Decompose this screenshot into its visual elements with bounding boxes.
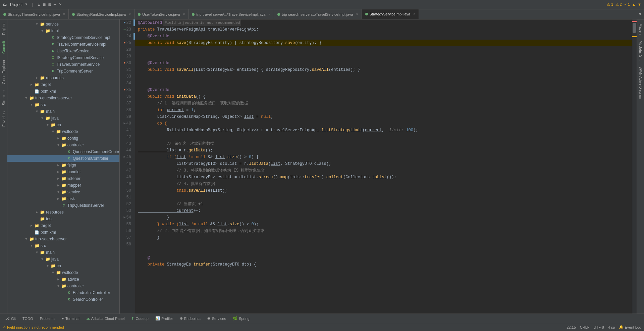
tab-overflow-btn[interactable]: ▼ <box>639 12 641 17</box>
code-line-37[interactable]: // 1. 远程调用目的地服务接口，获取对应的数据 <box>135 100 632 107</box>
cloud-panel-btn[interactable]: ☁ Alibaba Cloud Panel <box>84 315 127 322</box>
tree-item-questions-server[interactable]: ▼ 📁 trip-questions-server <box>7 95 119 101</box>
tree-arrow[interactable]: ▼ <box>29 103 34 107</box>
tree-arrow[interactable]: ▶ <box>56 277 61 281</box>
charset-status[interactable]: UTF-8 <box>593 325 604 329</box>
tree-item-main3[interactable]: ▼ 📁 main <box>7 249 119 256</box>
tab-search-server[interactable]: trip-search-server\...\TravelServiceImpl… <box>274 9 362 19</box>
tree-item-cn2[interactable]: ▼ 📁 cn <box>7 122 119 128</box>
minimize-icon[interactable]: — <box>54 2 56 7</box>
tree-item-strategy-comment-impl[interactable]: ▶ C StrategyCommentServiceImpl <box>7 34 119 41</box>
code-line-28[interactable] <box>135 46 632 53</box>
warnings-label[interactable]: ⚠ 1 ⚠ 2 ✓ 1 ▲ ▼ <box>607 2 641 7</box>
event-log-btn[interactable]: 🔔 Event Log <box>619 325 641 329</box>
crlf-status[interactable]: CRLF <box>580 325 590 329</box>
code-line-35[interactable]: @Override <box>135 87 632 93</box>
tree-item-impl[interactable]: ▼ 📁 impl <box>7 28 119 34</box>
tree-arrow[interactable]: ▶ <box>56 197 61 201</box>
code-line-43[interactable]: // 保存这一次拿到的数据 <box>135 140 632 147</box>
maven-btn[interactable]: Maven <box>638 21 644 37</box>
services-btn[interactable]: ◉ Services <box>205 315 229 322</box>
code-line-36[interactable]: public void initData () { <box>135 93 632 100</box>
git-btn[interactable]: ⎇ Git <box>3 315 18 322</box>
settings-icon[interactable]: ⚙ <box>38 2 41 7</box>
tree-item-itravel-comment[interactable]: ▶ I ITravelCommentService <box>7 61 119 68</box>
tree-arrow[interactable]: ▼ <box>45 123 50 127</box>
commit-tool-btn[interactable]: Commit <box>1 38 7 56</box>
code-line-46[interactable]: List<StrategyDTO> dtoList = r. listData … <box>135 160 632 167</box>
code-line-42[interactable] <box>135 134 632 140</box>
terminal-btn[interactable]: ▸ Terminal <box>59 315 82 322</box>
tab-travel-server[interactable]: trip-travel-server\...\TravelServiceImpl… <box>189 9 274 19</box>
code-line-57[interactable]: } <box>135 234 632 241</box>
code-line-47[interactable]: // 3. 将获取到的数据转换为 ES 模型对象集合 <box>135 167 632 174</box>
split-icon[interactable]: ⊟ <box>48 2 51 7</box>
tree-item-main2[interactable]: ▼ 📁 main <box>7 108 119 115</box>
code-line-38[interactable]: int current = 1 ; <box>135 107 632 113</box>
tree-item-controller3[interactable]: ▼ 📁 controller <box>7 283 119 289</box>
tree-arrow[interactable]: ▼ <box>50 271 56 275</box>
tree-item-target2[interactable]: ▶ 📁 target <box>7 222 119 229</box>
tree-item-es-index-init[interactable]: ▶ C EsIndexInitController <box>7 289 119 296</box>
scroll-thumb[interactable] <box>633 23 636 33</box>
code-line-29[interactable] <box>135 53 632 60</box>
tree-arrow[interactable]: ▶ <box>34 210 40 214</box>
tree-arrow[interactable]: ▼ <box>23 237 29 241</box>
code-line-24[interactable]: @Override <box>135 33 632 40</box>
tree-item-wolfcode3[interactable]: ▼ 📁 wolfcode <box>7 269 119 276</box>
tree-item-pom2[interactable]: ▶ 📄 pom.xml <box>7 229 119 236</box>
code-line-22[interactable]: @Autowired Field injection is not recomm… <box>135 19 632 26</box>
spring-btn[interactable]: 🌿 Spring <box>230 315 252 322</box>
tree-arrow[interactable]: ▶ <box>56 136 61 140</box>
todo-btn[interactable]: TODO <box>20 316 36 322</box>
tree-arrow[interactable]: ▶ <box>34 76 40 80</box>
code-line-33[interactable] <box>135 73 632 80</box>
tree-arrow[interactable]: ▼ <box>34 251 40 254</box>
tree-arrow[interactable]: ▶ <box>29 83 34 87</box>
endpoints-btn[interactable]: ⊕ Endpoints <box>177 315 203 322</box>
code-line-51[interactable] <box>135 194 632 201</box>
tree-arrow[interactable]: ▼ <box>40 257 45 261</box>
tree-arrow[interactable]: ▶ <box>56 170 61 174</box>
code-line-44[interactable]: list = r. getData (); <box>135 147 632 154</box>
tab-close-btn[interactable]: × <box>63 12 65 16</box>
tree-arrow[interactable]: ▼ <box>56 190 61 194</box>
tree-item-service[interactable]: ▼ 📁 service <box>7 21 119 28</box>
tree-item-src3[interactable]: ▼ 📁 src <box>7 242 119 249</box>
tree-item-wolfcode2[interactable]: ▼ 📁 wolfcode <box>7 128 119 135</box>
tree-item-controller2[interactable]: ▼ 📁 controller <box>7 142 119 148</box>
tree-arrow[interactable]: ▼ <box>56 143 61 147</box>
tree-item-user-token[interactable]: ▶ C UserTokenService <box>7 48 119 54</box>
close-icon[interactable]: × <box>59 2 62 7</box>
tab-close-btn[interactable]: × <box>268 12 270 16</box>
code-line-41[interactable]: R<List<LinkedHashMap<String, Object>>> r… <box>135 127 632 134</box>
tree-arrow[interactable]: ▼ <box>23 96 29 100</box>
tree-item-resources[interactable]: ▶ 📁 resources <box>7 75 119 81</box>
code-line-54[interactable]: } <box>135 214 632 221</box>
code-line-30[interactable]: @Override <box>135 60 632 66</box>
tree-arrow[interactable]: ▼ <box>34 110 40 113</box>
tab-user-token[interactable]: UserTokenService.java × <box>135 9 189 19</box>
tree-arrow[interactable]: ▼ <box>40 116 45 120</box>
tree-item-travel-comment-impl[interactable]: ▶ C TravelCommentServiceImpl <box>7 41 119 48</box>
code-line-55[interactable]: } while ( list != null && list . size ()… <box>135 221 632 228</box>
mybatis-btn[interactable]: MyBatis-S... <box>638 38 644 63</box>
tree-arrow[interactable]: ▼ <box>50 130 56 134</box>
tree-item-handler2[interactable]: ▶ 📁 handler <box>7 169 119 175</box>
project-tool-btn[interactable]: Project <box>1 21 7 38</box>
code-line-31[interactable]: public void saveAll ( List<StrategyEs> e… <box>135 66 632 73</box>
tree-item-trip-questions-server-class[interactable]: ▶ C TripQuestionsServer <box>7 202 119 209</box>
tree-item-task2[interactable]: ▶ 📁 task <box>7 195 119 202</box>
span-diagram-btn[interactable]: SPAN·Active·Diagram <box>638 64 643 102</box>
gutter-fold-54[interactable]: ▶ <box>124 214 126 221</box>
structure-btn[interactable]: Structure <box>1 88 7 108</box>
tree-item-test2[interactable]: ▶ 📁 test <box>7 216 119 222</box>
code-line-49[interactable]: // 4. 批量保存数据 <box>135 181 632 187</box>
tree-arrow[interactable]: ▶ <box>56 177 61 181</box>
code-line-40[interactable]: do { <box>135 120 632 127</box>
indent-status[interactable]: 4 sp <box>608 325 615 329</box>
code-line-25[interactable]: public void save ( StrategyEs entity ) {… <box>135 40 632 46</box>
tree-arrow[interactable]: ▼ <box>56 284 61 288</box>
tree-item-trip-comment[interactable]: ▶ C TripCommentServer <box>7 68 119 75</box>
tree-arrow[interactable]: ▼ <box>34 22 40 26</box>
